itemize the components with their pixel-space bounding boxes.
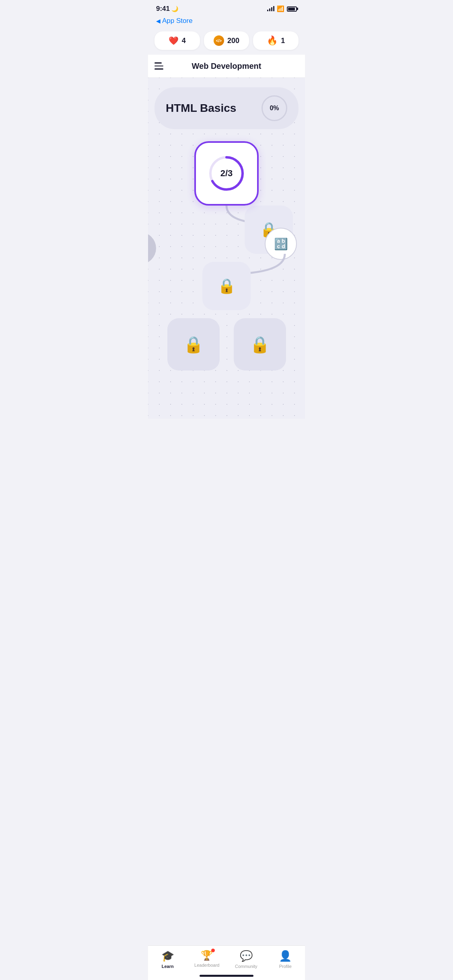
- back-navigation: ◀ App Store: [148, 15, 305, 28]
- module-name: HTML Basics: [166, 102, 236, 115]
- stats-bar: ❤️ 4 </> 200 🔥 1: [148, 28, 305, 55]
- hearts-value: 4: [182, 37, 186, 45]
- streak-value: 1: [281, 37, 285, 45]
- moon-icon: 🌙: [171, 6, 178, 12]
- wifi-icon: 📶: [277, 5, 284, 12]
- course-header: Web Development: [148, 55, 305, 78]
- status-icons: 📶: [267, 5, 297, 12]
- xp-value: 200: [227, 37, 239, 45]
- vocab-icon: 🔡: [274, 237, 288, 251]
- code-icon: </>: [214, 35, 224, 46]
- course-title: Web Development: [169, 62, 284, 71]
- menu-button[interactable]: [154, 59, 169, 73]
- hamburger-icon: [154, 62, 162, 64]
- locked-node-3: 🔒: [167, 318, 220, 371]
- back-arrow-icon: ◀: [156, 18, 161, 24]
- streak-stat[interactable]: 🔥 1: [253, 31, 299, 50]
- main-content: HTML Basics 0% 2/3: [148, 78, 305, 419]
- back-button[interactable]: ◀ App Store: [156, 17, 297, 25]
- locked-node-2: 🔒: [202, 262, 251, 310]
- heart-icon: ❤️: [169, 36, 179, 45]
- locked-node-4: 🔒: [234, 318, 286, 371]
- status-time: 9:41: [156, 5, 170, 13]
- status-bar: 9:41 🌙 📶: [148, 0, 305, 15]
- hearts-stat[interactable]: ❤️ 4: [154, 31, 200, 50]
- lock-icon-3: 🔒: [183, 335, 204, 354]
- battery-icon: [287, 6, 297, 12]
- back-label: App Store: [162, 17, 193, 25]
- learning-path: 2/3 🔒 🔡: [148, 141, 305, 411]
- module-card[interactable]: HTML Basics 0%: [154, 87, 299, 129]
- lesson-progress-circle: 2/3: [206, 153, 247, 194]
- signal-icon: [267, 6, 274, 11]
- active-lesson-node[interactable]: 2/3: [194, 141, 259, 206]
- lesson-progress-text: 2/3: [220, 168, 233, 179]
- module-progress-text: 0%: [270, 105, 279, 112]
- module-progress-badge: 0%: [262, 95, 287, 121]
- lock-icon-2: 🔒: [218, 278, 236, 294]
- xp-stat[interactable]: </> 200: [204, 31, 249, 50]
- lock-icon-4: 🔒: [250, 335, 270, 354]
- flame-icon: 🔥: [267, 35, 278, 46]
